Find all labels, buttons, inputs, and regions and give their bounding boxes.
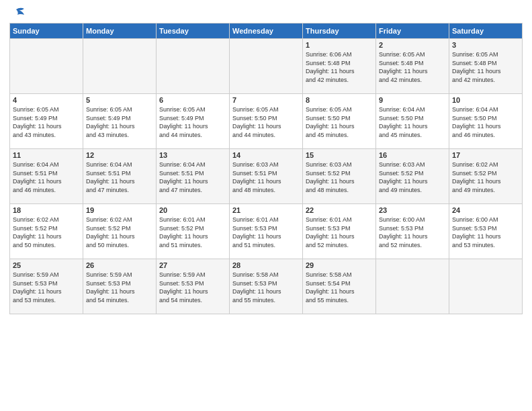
calendar-cell: 24Sunrise: 6:00 AMSunset: 5:53 PMDayligh… [449, 204, 523, 259]
calendar-cell: 2Sunrise: 6:05 AMSunset: 5:48 PMDaylight… [376, 39, 449, 94]
calendar-cell [230, 39, 303, 94]
calendar-cell: 4Sunrise: 6:05 AMSunset: 5:49 PMDaylight… [10, 94, 83, 149]
day-info: Sunrise: 6:02 AMSunset: 5:52 PMDaylight:… [13, 216, 80, 249]
day-info: Sunrise: 6:01 AMSunset: 5:52 PMDaylight:… [159, 216, 226, 249]
day-number: 4 [13, 96, 80, 104]
calendar-cell: 26Sunrise: 5:59 AMSunset: 5:53 PMDayligh… [83, 259, 157, 314]
day-number: 21 [232, 206, 300, 214]
day-info: Sunrise: 6:02 AMSunset: 5:52 PMDaylight:… [86, 216, 153, 249]
day-number: 9 [379, 96, 446, 104]
day-info: Sunrise: 6:00 AMSunset: 5:53 PMDaylight:… [452, 216, 519, 249]
calendar-cell: 25Sunrise: 5:59 AMSunset: 5:53 PMDayligh… [10, 259, 83, 314]
day-number: 13 [159, 151, 226, 159]
day-info: Sunrise: 6:03 AMSunset: 5:52 PMDaylight:… [379, 161, 446, 194]
header [9, 7, 523, 19]
calendar-cell: 1Sunrise: 6:06 AMSunset: 5:48 PMDaylight… [303, 39, 376, 94]
day-number: 5 [86, 96, 153, 104]
calendar-cell: 16Sunrise: 6:03 AMSunset: 5:52 PMDayligh… [376, 149, 449, 204]
day-number: 23 [379, 206, 446, 214]
calendar-cell [157, 39, 230, 94]
day-info: Sunrise: 5:58 AMSunset: 5:54 PMDaylight:… [306, 271, 373, 304]
day-number: 17 [452, 151, 519, 159]
logo-bird-icon [11, 7, 26, 19]
calendar-cell: 13Sunrise: 6:04 AMSunset: 5:51 PMDayligh… [157, 149, 230, 204]
day-number: 3 [452, 41, 519, 49]
calendar-week-row: 4Sunrise: 6:05 AMSunset: 5:49 PMDaylight… [10, 94, 523, 149]
day-number: 18 [13, 206, 80, 214]
weekday-header-friday: Friday [376, 24, 449, 39]
day-info: Sunrise: 6:00 AMSunset: 5:53 PMDaylight:… [379, 216, 446, 249]
day-number: 1 [306, 41, 373, 49]
day-number: 2 [379, 41, 446, 49]
day-info: Sunrise: 6:04 AMSunset: 5:51 PMDaylight:… [86, 161, 153, 194]
calendar-cell: 19Sunrise: 6:02 AMSunset: 5:52 PMDayligh… [83, 204, 157, 259]
calendar-cell: 18Sunrise: 6:02 AMSunset: 5:52 PMDayligh… [10, 204, 83, 259]
calendar-cell: 27Sunrise: 5:59 AMSunset: 5:53 PMDayligh… [157, 259, 230, 314]
calendar-cell: 28Sunrise: 5:58 AMSunset: 5:53 PMDayligh… [230, 259, 303, 314]
day-info: Sunrise: 6:03 AMSunset: 5:51 PMDaylight:… [232, 161, 300, 194]
calendar-cell: 17Sunrise: 6:02 AMSunset: 5:52 PMDayligh… [449, 149, 523, 204]
day-number: 20 [159, 206, 226, 214]
calendar-header-row: SundayMondayTuesdayWednesdayThursdayFrid… [10, 24, 523, 39]
weekday-header-sunday: Sunday [10, 24, 83, 39]
day-info: Sunrise: 6:02 AMSunset: 5:52 PMDaylight:… [452, 161, 519, 194]
calendar-cell: 11Sunrise: 6:04 AMSunset: 5:51 PMDayligh… [10, 149, 83, 204]
weekday-header-monday: Monday [83, 24, 157, 39]
day-number: 8 [306, 96, 373, 104]
day-info: Sunrise: 6:05 AMSunset: 5:49 PMDaylight:… [86, 105, 153, 139]
calendar-cell: 12Sunrise: 6:04 AMSunset: 5:51 PMDayligh… [83, 149, 157, 204]
day-info: Sunrise: 6:04 AMSunset: 5:50 PMDaylight:… [379, 105, 446, 139]
day-info: Sunrise: 6:04 AMSunset: 5:51 PMDaylight:… [13, 161, 80, 194]
calendar-cell: 21Sunrise: 6:01 AMSunset: 5:53 PMDayligh… [230, 204, 303, 259]
day-number: 24 [452, 206, 519, 214]
day-number: 7 [232, 96, 300, 104]
calendar-cell: 8Sunrise: 6:05 AMSunset: 5:50 PMDaylight… [303, 94, 376, 149]
day-info: Sunrise: 6:04 AMSunset: 5:50 PMDaylight:… [452, 105, 519, 139]
day-number: 6 [159, 96, 226, 104]
weekday-header-tuesday: Tuesday [157, 24, 230, 39]
day-info: Sunrise: 5:59 AMSunset: 5:53 PMDaylight:… [86, 271, 153, 304]
day-info: Sunrise: 6:05 AMSunset: 5:50 PMDaylight:… [232, 105, 300, 139]
calendar-table: SundayMondayTuesdayWednesdayThursdayFrid… [9, 23, 523, 314]
day-number: 19 [86, 206, 153, 214]
day-info: Sunrise: 5:59 AMSunset: 5:53 PMDaylight:… [159, 271, 226, 304]
day-info: Sunrise: 6:05 AMSunset: 5:48 PMDaylight:… [379, 50, 446, 84]
day-info: Sunrise: 5:59 AMSunset: 5:53 PMDaylight:… [13, 271, 80, 304]
day-info: Sunrise: 6:05 AMSunset: 5:49 PMDaylight:… [13, 105, 80, 139]
logo [9, 9, 26, 19]
day-info: Sunrise: 6:04 AMSunset: 5:51 PMDaylight:… [159, 161, 226, 194]
day-number: 15 [306, 151, 373, 159]
day-info: Sunrise: 6:01 AMSunset: 5:53 PMDaylight:… [232, 216, 300, 249]
calendar-week-row: 1Sunrise: 6:06 AMSunset: 5:48 PMDaylight… [10, 39, 523, 94]
calendar-cell: 5Sunrise: 6:05 AMSunset: 5:49 PMDaylight… [83, 94, 157, 149]
calendar-cell: 22Sunrise: 6:01 AMSunset: 5:53 PMDayligh… [303, 204, 376, 259]
calendar-week-row: 18Sunrise: 6:02 AMSunset: 5:52 PMDayligh… [10, 204, 523, 259]
day-number: 12 [86, 151, 153, 159]
calendar-cell [376, 259, 449, 314]
day-number: 25 [13, 261, 80, 269]
calendar-cell: 23Sunrise: 6:00 AMSunset: 5:53 PMDayligh… [376, 204, 449, 259]
day-number: 16 [379, 151, 446, 159]
day-number: 26 [86, 261, 153, 269]
day-number: 14 [232, 151, 300, 159]
day-number: 10 [452, 96, 519, 104]
day-number: 11 [13, 151, 80, 159]
weekday-header-thursday: Thursday [303, 24, 376, 39]
calendar-cell: 6Sunrise: 6:05 AMSunset: 5:49 PMDaylight… [157, 94, 230, 149]
day-number: 29 [306, 261, 373, 269]
day-info: Sunrise: 6:06 AMSunset: 5:48 PMDaylight:… [306, 50, 373, 84]
day-info: Sunrise: 6:05 AMSunset: 5:50 PMDaylight:… [306, 105, 373, 139]
day-number: 22 [306, 206, 373, 214]
calendar-cell: 3Sunrise: 6:05 AMSunset: 5:48 PMDaylight… [449, 39, 523, 94]
day-number: 28 [232, 261, 300, 269]
calendar-cell: 9Sunrise: 6:04 AMSunset: 5:50 PMDaylight… [376, 94, 449, 149]
calendar-cell: 29Sunrise: 5:58 AMSunset: 5:54 PMDayligh… [303, 259, 376, 314]
day-info: Sunrise: 6:05 AMSunset: 5:48 PMDaylight:… [452, 50, 519, 84]
weekday-header-saturday: Saturday [449, 24, 523, 39]
calendar-cell: 7Sunrise: 6:05 AMSunset: 5:50 PMDaylight… [230, 94, 303, 149]
calendar-cell [83, 39, 157, 94]
calendar-week-row: 25Sunrise: 5:59 AMSunset: 5:53 PMDayligh… [10, 259, 523, 314]
day-number: 27 [159, 261, 226, 269]
day-info: Sunrise: 6:03 AMSunset: 5:52 PMDaylight:… [306, 161, 373, 194]
calendar-cell [449, 259, 523, 314]
